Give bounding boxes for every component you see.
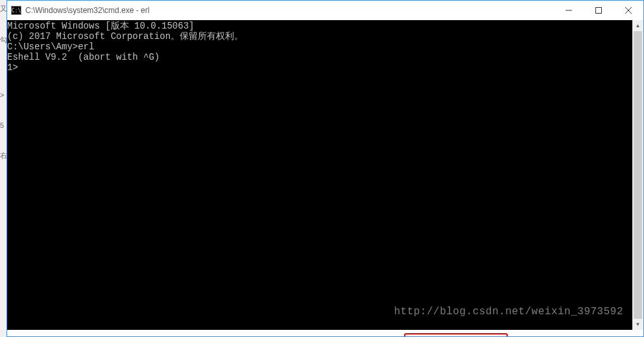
vertical-scrollbar[interactable]: ▲ ▼ [632,20,643,330]
bottom-bar [7,330,643,336]
terminal-line: C:\Users\Amy>erl [7,42,632,52]
terminal-output[interactable]: Microsoft Windows [版本 10.0.15063](c) 201… [7,20,632,330]
cmd-icon: C:\ [11,6,21,15]
maximize-button[interactable] [584,1,614,20]
scroll-track[interactable] [632,31,643,319]
edge-marker: 5 [0,121,4,129]
minimize-button[interactable] [554,1,584,20]
highlight-box [404,333,508,336]
titlebar[interactable]: C:\ C:\Windows\system32\cmd.exe - erl [7,1,643,20]
window-title: C:\Windows\system32\cmd.exe - erl [25,6,554,15]
terminal-prompt: 1> [7,62,632,73]
edge-marker: > [0,91,4,99]
close-button[interactable] [614,1,643,20]
scroll-up-icon[interactable]: ▲ [632,20,643,31]
terminal-line: (c) 2017 Microsoft Corporation。保留所有权利。 [7,31,632,42]
terminal-line: Eshell V9.2 (abort with ^G) [7,52,632,62]
scroll-down-icon[interactable]: ▼ [632,319,643,330]
cmd-window: C:\ C:\Windows\system32\cmd.exe - erl Mi… [6,0,644,337]
svg-rect-1 [596,8,602,14]
content-area: Microsoft Windows [版本 10.0.15063](c) 201… [7,20,643,330]
watermark-text: http://blog.csdn.net/weixin_3973592 [394,306,623,317]
terminal-line: Microsoft Windows [版本 10.0.15063] [7,21,632,31]
scroll-thumb[interactable] [634,31,642,319]
